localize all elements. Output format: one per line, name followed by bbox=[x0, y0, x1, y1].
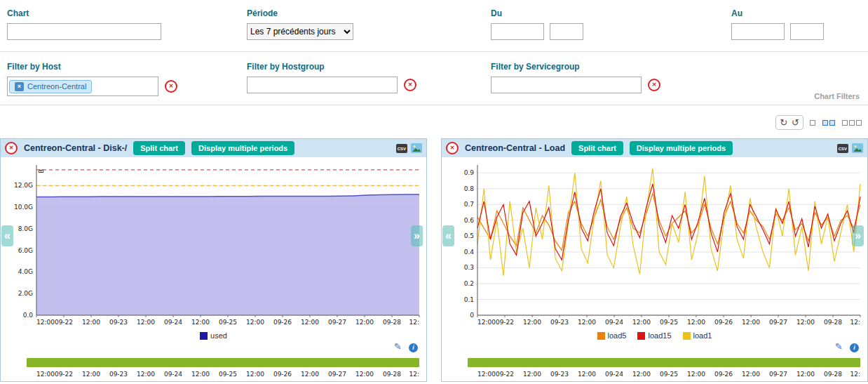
chart-canvas[interactable]: 00.10.20.30.40.50.60.70.80.912:0009-2212… bbox=[444, 159, 864, 326]
split-chart-button[interactable]: Split chart bbox=[571, 141, 623, 155]
legend-color-swatch bbox=[200, 332, 208, 340]
svg-text:12:00: 12:00 bbox=[742, 319, 760, 326]
filter-row-primary: Chart Période Les 7 précédents jours Du … bbox=[0, 0, 868, 52]
view-toolbar: ↻ ↺ bbox=[0, 105, 868, 138]
host-filter-input[interactable]: × Centreon-Central bbox=[7, 77, 158, 96]
au-time-input[interactable] bbox=[790, 23, 824, 40]
svg-text:09-24: 09-24 bbox=[164, 371, 182, 378]
scroll-left-button[interactable]: « bbox=[1, 225, 13, 246]
legend-item-load15[interactable]: load15 bbox=[637, 331, 671, 340]
svg-text:12:: 12: bbox=[409, 319, 419, 326]
svg-text:0.6: 0.6 bbox=[464, 217, 475, 224]
timeline-bar[interactable] bbox=[468, 358, 860, 367]
svg-text:6.0G: 6.0G bbox=[18, 247, 33, 254]
clear-servicegroup-filter-icon[interactable]: ✕ bbox=[648, 79, 660, 91]
three-column-layout-icon[interactable] bbox=[841, 120, 862, 126]
svg-text:12:: 12: bbox=[850, 319, 860, 326]
load-chart[interactable]: 00.10.20.30.40.50.60.70.80.912:0009-2212… bbox=[444, 159, 867, 329]
du-time-input[interactable] bbox=[550, 23, 583, 40]
refresh-icon[interactable]: ↻ bbox=[780, 117, 787, 128]
periode-select[interactable]: Les 7 précédents jours bbox=[247, 23, 353, 40]
chart-canvas[interactable]: 0.02.0G4.0G6.0G8.0G10.0G12.0G12:0009-221… bbox=[3, 159, 423, 326]
svg-text:10.0G: 10.0G bbox=[14, 204, 33, 211]
svg-text:0.3: 0.3 bbox=[464, 264, 474, 271]
svg-text:0.0: 0.0 bbox=[23, 312, 34, 319]
svg-text:09-23: 09-23 bbox=[550, 371, 569, 378]
svg-text:09-25: 09-25 bbox=[660, 319, 678, 326]
svg-text:09-28: 09-28 bbox=[824, 371, 842, 378]
svg-text:0.5: 0.5 bbox=[464, 232, 474, 239]
servicegroup-filter-label: Filter by Servicegroup bbox=[491, 62, 731, 72]
svg-text:2.0G: 2.0G bbox=[18, 290, 33, 297]
legend-label: load15 bbox=[648, 331, 671, 340]
chart-panel-load: ✕ Centreon-Central - Load Split chart Di… bbox=[441, 138, 868, 382]
display-multiple-periods-button[interactable]: Display multiple periods bbox=[191, 141, 294, 155]
clear-host-filter-icon[interactable]: ✕ bbox=[165, 80, 177, 93]
au-label: Au bbox=[731, 8, 861, 18]
servicegroup-filter-input[interactable] bbox=[491, 77, 642, 93]
svg-text:8.0G: 8.0G bbox=[18, 225, 33, 232]
svg-text:0.4: 0.4 bbox=[464, 249, 475, 256]
one-column-layout-icon[interactable] bbox=[809, 120, 816, 126]
svg-text:12:00: 12:00 bbox=[36, 319, 55, 326]
refresh-box: ↻ ↺ bbox=[775, 115, 803, 130]
legend-item-load5[interactable]: load5 bbox=[597, 331, 627, 340]
display-multiple-periods-button[interactable]: Display multiple periods bbox=[630, 141, 733, 155]
svg-text:12:00: 12:00 bbox=[137, 319, 155, 326]
svg-text:09-26: 09-26 bbox=[273, 371, 292, 378]
chart-title: Centreon-Central - Load bbox=[465, 143, 565, 153]
export-image-icon[interactable] bbox=[411, 143, 422, 153]
hostgroup-filter-input[interactable] bbox=[247, 77, 398, 93]
timeline-bar[interactable] bbox=[27, 358, 419, 367]
svg-text:09-22: 09-22 bbox=[55, 319, 73, 326]
svg-text:09-24: 09-24 bbox=[605, 319, 623, 326]
svg-text:12:00: 12:00 bbox=[687, 319, 705, 326]
svg-text:09-27: 09-27 bbox=[328, 319, 346, 326]
close-chart-icon[interactable]: ✕ bbox=[5, 142, 18, 154]
export-csv-icon[interactable]: CSV bbox=[837, 144, 848, 153]
svg-text:12:00: 12:00 bbox=[191, 371, 210, 378]
timeline-selector[interactable]: 12:0009-2212:0009-2312:0009-2412:0009-25… bbox=[1, 352, 426, 381]
svg-text:09-22: 09-22 bbox=[55, 371, 73, 378]
svg-text:12:00: 12:00 bbox=[246, 319, 264, 326]
remove-host-tag-icon[interactable]: × bbox=[15, 82, 24, 91]
chart-panels: ✕ Centreon-Central - Disk-/ Split chart … bbox=[0, 138, 868, 382]
legend-color-swatch bbox=[597, 332, 605, 340]
export-image-icon[interactable] bbox=[852, 143, 863, 153]
legend-item-load1[interactable]: load1 bbox=[683, 331, 712, 340]
disk-usage-chart[interactable]: 0.02.0G4.0G6.0G8.0G10.0G12.0G12:0009-221… bbox=[3, 159, 426, 329]
svg-text:12:00: 12:00 bbox=[301, 371, 319, 378]
legend-item-used[interactable]: used bbox=[200, 331, 227, 340]
svg-text:12.0G: 12.0G bbox=[14, 182, 33, 189]
chart-info-icon[interactable]: i bbox=[409, 343, 418, 352]
y-axis-unit-label: B bbox=[38, 169, 45, 173]
scroll-right-button[interactable]: » bbox=[411, 225, 423, 246]
svg-text:09-25: 09-25 bbox=[219, 319, 237, 326]
svg-text:12:00: 12:00 bbox=[191, 319, 210, 326]
scroll-left-button[interactable]: « bbox=[442, 225, 454, 246]
du-label: Du bbox=[491, 8, 731, 18]
auto-refresh-icon[interactable]: ↺ bbox=[792, 117, 799, 128]
timeline-selector[interactable]: 12:0009-2212:0009-2312:0009-2412:0009-25… bbox=[442, 352, 867, 381]
svg-text:12:00: 12:00 bbox=[137, 371, 155, 378]
chart-filter-input[interactable] bbox=[7, 23, 161, 40]
du-date-input[interactable] bbox=[491, 23, 544, 40]
svg-text:12:00: 12:00 bbox=[355, 371, 374, 378]
close-chart-icon[interactable]: ✕ bbox=[446, 142, 459, 154]
chart-filters-section-label: Chart Filters bbox=[814, 92, 860, 100]
two-column-layout-icon[interactable] bbox=[822, 120, 836, 126]
scroll-right-button[interactable]: » bbox=[852, 225, 864, 246]
svg-text:09-23: 09-23 bbox=[109, 371, 128, 378]
svg-text:12:00: 12:00 bbox=[796, 371, 815, 378]
au-date-input[interactable] bbox=[731, 23, 785, 40]
svg-text:0: 0 bbox=[470, 312, 474, 319]
chart-info-icon[interactable]: i bbox=[850, 343, 859, 352]
panel-header: ✕ Centreon-Central - Disk-/ Split chart … bbox=[1, 139, 426, 157]
clear-hostgroup-filter-icon[interactable]: ✕ bbox=[404, 79, 416, 91]
split-chart-button[interactable]: Split chart bbox=[133, 141, 185, 155]
edit-chart-icon[interactable]: ✎ bbox=[835, 341, 843, 352]
export-csv-icon[interactable]: CSV bbox=[396, 144, 407, 153]
svg-text:12:00: 12:00 bbox=[82, 371, 100, 378]
svg-text:09-27: 09-27 bbox=[328, 371, 346, 378]
edit-chart-icon[interactable]: ✎ bbox=[394, 341, 402, 352]
